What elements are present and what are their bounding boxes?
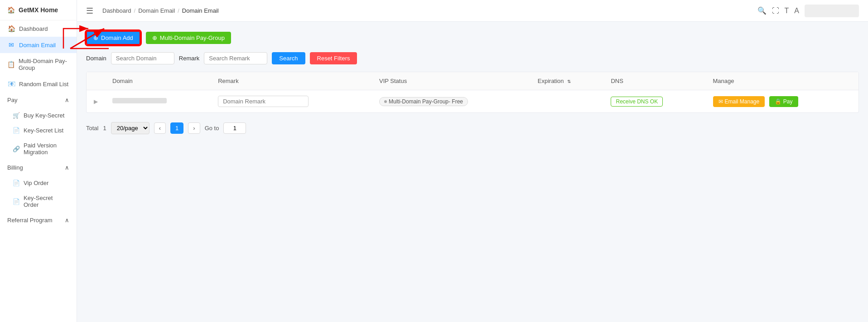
pay-section-label: Pay — [7, 97, 17, 103]
multi-domain-label: Multi-Domain Pay-Group — [160, 34, 225, 41]
pagination-bar: Total 1 20/page 10/page 50/page ‹ 1 › Go… — [86, 122, 859, 134]
domain-search-input[interactable] — [111, 52, 174, 64]
buy-icon: 🛒 — [13, 112, 20, 119]
domain-add-label: Domain Add — [101, 34, 133, 41]
breadcrumb-sep-1: / — [134, 7, 136, 14]
email-manage-label: Email Manage — [725, 98, 760, 105]
sidebar-logo[interactable]: 🏠 GetMX Home — [0, 0, 77, 20]
table-header-row: Domain Remark VIP Status Expiration ⇅ — [87, 72, 858, 90]
pay-section-header[interactable]: Pay ∧ — [0, 92, 77, 108]
search-topbar-icon[interactable]: 🔍 — [757, 6, 767, 15]
list-icon: 📄 — [13, 127, 20, 134]
next-page-button[interactable]: › — [188, 122, 200, 134]
pay-label: Pay — [783, 98, 793, 105]
row-dns-cell: Receive DNS OK — [603, 90, 705, 113]
table-row: ▶ Multi-Domain Pay-Group- Free — [87, 90, 858, 113]
vip-status-text: Multi-Domain Pay-Group- Free — [389, 98, 463, 105]
sidebar-sub-label: Vip Order — [24, 180, 48, 186]
reset-button-label: Reset Filters — [317, 55, 350, 62]
sidebar-logo-label: GetMX Home — [19, 6, 58, 14]
font-icon[interactable]: T — [785, 7, 789, 15]
sidebar-sub-label: Buy Key-Secret — [24, 112, 64, 119]
sidebar-item-paid-version-migration[interactable]: 🔗 Paid Version Migration — [0, 138, 77, 160]
domain-add-button[interactable]: ⊕ Domain Add — [86, 31, 140, 45]
domain-table: Domain Remark VIP Status Expiration ⇅ — [86, 72, 859, 113]
dns-status-badge: Receive DNS OK — [611, 97, 663, 107]
th-dns: DNS — [603, 72, 705, 90]
sidebar: 🏠 GetMX Home 🏠 Dashboard ✉ Domain Email … — [0, 0, 77, 322]
th-expiration: Expiration ⇅ — [530, 72, 604, 90]
breadcrumb-item-dashboard[interactable]: Dashboard — [102, 7, 131, 14]
sidebar-item-buy-key-secret[interactable]: 🛒 Buy Key-Secret — [0, 108, 77, 123]
row-expand-cell: ▶ — [87, 90, 105, 113]
search-button[interactable]: Search — [272, 52, 305, 64]
user-info[interactable] — [805, 5, 859, 17]
home-icon: 🏠 — [7, 6, 15, 14]
sidebar-item-key-secret-list[interactable]: 📄 Key-Secret List — [0, 123, 77, 138]
prev-page-button[interactable]: ‹ — [154, 122, 166, 134]
sidebar-sub-label: Key-Secret Order — [24, 195, 69, 208]
sidebar-item-domain-email[interactable]: ✉ Domain Email — [0, 37, 77, 53]
th-remark: Remark — [211, 72, 372, 90]
page-number: 1 — [175, 125, 178, 132]
th-expand — [87, 72, 105, 90]
pay-button[interactable]: 🔒 Pay — [769, 96, 798, 107]
action-bar: ⊕ Domain Add ⊕ Multi-Domain Pay-Group — [86, 31, 859, 45]
sidebar-item-vip-order[interactable]: 📄 Vip Order — [0, 176, 77, 190]
goto-input[interactable] — [223, 122, 246, 134]
th-domain: Domain — [105, 72, 211, 90]
billing-section-label: Billing — [7, 164, 23, 171]
sidebar-item-key-secret-order[interactable]: 📄 Key-Secret Order — [0, 190, 77, 212]
sidebar-item-label: Multi-Domain Pay-Group — [19, 58, 69, 71]
row-expand-button[interactable]: ▶ — [94, 98, 98, 105]
row-remark-cell — [211, 90, 372, 113]
fullscreen-icon[interactable]: ⛶ — [772, 7, 779, 15]
dashboard-icon: 🏠 — [7, 25, 15, 32]
vip-dot — [384, 100, 387, 103]
pay-icon: 🔒 — [775, 98, 781, 105]
page-size-select[interactable]: 20/page 10/page 50/page — [111, 122, 149, 134]
billing-chevron-icon: ∧ — [65, 164, 69, 171]
sidebar-item-dashboard[interactable]: 🏠 Dashboard — [0, 20, 77, 37]
migration-icon: 🔗 — [13, 146, 20, 152]
search-button-label: Search — [279, 55, 298, 62]
sidebar-sub-label: Key-Secret List — [24, 127, 63, 134]
multi-domain-icon: 📋 — [7, 61, 15, 68]
accessibility-icon[interactable]: A — [794, 7, 799, 15]
remark-search-input[interactable] — [204, 52, 267, 64]
email-manage-icon: ✉ — [719, 98, 723, 105]
total-count: 1 — [103, 125, 106, 132]
reset-filters-button[interactable]: Reset Filters — [310, 52, 357, 64]
hamburger-icon[interactable]: ☰ — [86, 6, 93, 16]
goto-label: Go to — [205, 125, 219, 132]
referral-section-header[interactable]: Referral Program ∧ — [0, 212, 77, 228]
topbar-actions: 🔍 ⛶ T A — [757, 5, 859, 17]
remark-filter-label: Remark — [179, 55, 200, 62]
key-order-icon: 📄 — [13, 198, 20, 205]
remark-input[interactable] — [218, 96, 309, 107]
topbar: ☰ Dashboard / Domain Email / Domain Emai… — [77, 0, 868, 22]
multi-domain-btn-icon: ⊕ — [152, 34, 157, 41]
referral-section-label: Referral Program — [7, 217, 53, 224]
breadcrumb-item-domain-email[interactable]: Domain Email — [138, 7, 175, 14]
content-area: ⊕ Domain Add ⊕ Multi-Domain Pay-Group Do… — [77, 22, 868, 322]
sort-icon: ⇅ — [567, 79, 571, 84]
email-icon: ✉ — [7, 41, 15, 49]
sidebar-item-multi-domain[interactable]: 📋 Multi-Domain Pay-Group — [0, 53, 77, 76]
vip-order-icon: 📄 — [13, 180, 20, 186]
sidebar-item-label: Random Email List — [19, 81, 68, 88]
sidebar-item-label: Domain Email — [19, 42, 56, 49]
email-manage-button[interactable]: ✉ Email Manage — [713, 96, 765, 107]
random-email-icon: 📧 — [7, 80, 15, 88]
billing-section-header[interactable]: Billing ∧ — [0, 160, 77, 176]
row-vip-cell: Multi-Domain Pay-Group- Free — [372, 90, 530, 113]
row-expiration-cell — [530, 90, 604, 113]
page-1-button[interactable]: 1 — [170, 122, 183, 134]
row-domain-cell — [105, 90, 211, 113]
sidebar-sub-label: Paid Version Migration — [24, 142, 69, 156]
th-manage: Manage — [706, 72, 859, 90]
multi-domain-button[interactable]: ⊕ Multi-Domain Pay-Group — [146, 32, 231, 44]
referral-chevron-icon: ∧ — [65, 217, 69, 224]
pay-chevron-icon: ∧ — [65, 97, 69, 103]
sidebar-item-random-email[interactable]: 📧 Random Email List — [0, 76, 77, 92]
